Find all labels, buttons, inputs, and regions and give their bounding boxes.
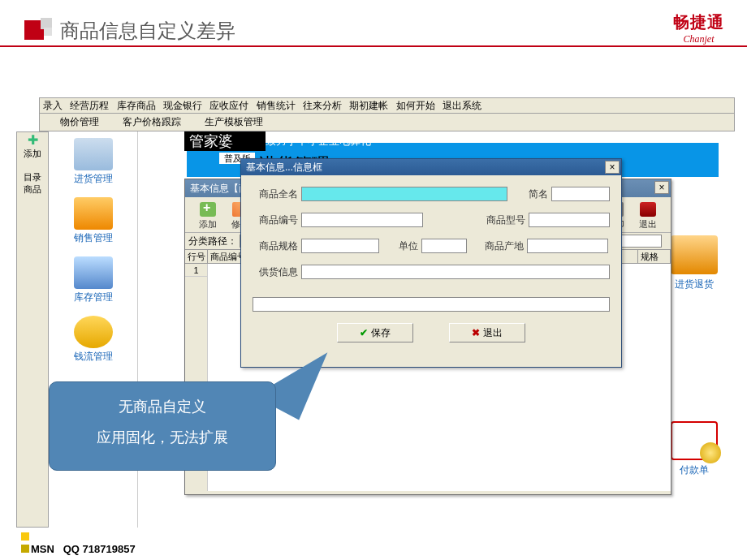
fullname-label: 商品全名 — [253, 187, 298, 201]
col-spec: 规格 — [638, 250, 671, 263]
fullname-input[interactable] — [301, 187, 507, 201]
menu-item-history[interactable]: 经营历程 — [70, 100, 109, 111]
spec-input[interactable] — [301, 239, 379, 253]
template-icon — [187, 117, 198, 128]
left-dir-label[interactable]: 目录 — [17, 171, 48, 183]
cashflow-icon — [74, 316, 113, 348]
spec-label: 商品规格 — [253, 239, 298, 253]
shortname-input[interactable] — [551, 187, 610, 201]
supply-label: 供货信息 — [253, 265, 298, 279]
menu-item-sales-stat[interactable]: 销售统计 — [257, 100, 296, 111]
close-button[interactable]: × — [605, 161, 620, 174]
tool-add[interactable]: 添加 — [192, 202, 224, 230]
payment-icon — [671, 421, 718, 460]
dialog-titlebar: 基本信息...信息框 × — [241, 159, 621, 175]
save-label: 保存 — [371, 327, 391, 338]
decor-square-grey2 — [44, 28, 52, 36]
extra-input[interactable] — [253, 297, 610, 312]
origin-input[interactable] — [527, 239, 608, 253]
save-button[interactable]: ✔保存 — [337, 323, 413, 342]
shortname-label: 简名 — [519, 187, 548, 201]
bullet-icon — [21, 545, 29, 553]
model-label: 商品型号 — [480, 213, 525, 227]
close-button[interactable]: × — [654, 181, 669, 194]
menu-item-arap[interactable]: 应收应付 — [209, 100, 248, 111]
tool-label: 退出 — [639, 219, 657, 229]
left-dock: ✚ 添加 目录 商品 — [16, 131, 49, 528]
exit-label: 退出 — [483, 327, 503, 338]
dialog-extra-row — [253, 297, 610, 312]
return-icon — [671, 235, 718, 274]
menu-item-exit[interactable]: 退出系统 — [443, 100, 481, 111]
check-icon: ✔ — [360, 327, 368, 338]
customer-price-icon — [106, 117, 117, 128]
unit-input[interactable] — [421, 239, 467, 253]
gjp-brand: 管家婆 — [184, 131, 266, 151]
exit-button[interactable]: ✖退出 — [449, 323, 525, 342]
footer-qq: QQ 718719857 — [63, 543, 136, 555]
x-icon: ✖ — [472, 327, 480, 338]
supply-input[interactable] — [301, 265, 610, 279]
sidebar-label: 销售管理 — [49, 231, 137, 245]
slide-title: 商品信息自定义差异 — [60, 18, 235, 44]
purchase-icon — [74, 138, 113, 170]
sidebar-item-sales[interactable]: 销售管理 — [49, 197, 137, 245]
sidebar-label: 库存管理 — [49, 291, 137, 304]
dialog-body: 商品全名 简名 商品编号 商品型号 商品规格 单位 商品产地 供货信息 — [241, 175, 621, 294]
price-mgmt-icon — [43, 117, 54, 128]
tool-label: 添加 — [199, 219, 217, 229]
inventory-icon — [74, 256, 113, 289]
path-label: 分类路径： — [188, 235, 237, 247]
col-rownum: 行号 — [185, 250, 208, 263]
footer: MSN QQ 718719857 — [21, 531, 136, 555]
dialog-title-text: 基本信息...信息框 — [246, 162, 322, 173]
sales-icon — [74, 197, 113, 230]
toolbar-customer-price[interactable]: 客户价格跟踪 — [123, 116, 181, 127]
red-underline — [0, 45, 747, 47]
annotation-callout: 无商品自定义 应用固化，无法扩展 — [49, 381, 276, 471]
menu-item-cash[interactable]: 现金银行 — [163, 100, 202, 111]
add-icon — [200, 202, 216, 217]
callout-line2: 应用固化，无法扩展 — [50, 428, 275, 447]
logo-cn: 畅捷通 — [673, 11, 724, 33]
model-input[interactable] — [529, 213, 610, 227]
bullet-icon — [21, 532, 29, 541]
sidebar-item-cashflow[interactable]: 钱流管理 — [49, 316, 137, 364]
brand-logo: 畅捷通 Chanjet — [673, 11, 724, 45]
footer-msn: MSN — [31, 543, 54, 555]
toolbar-price[interactable]: 物价管理 — [60, 116, 99, 127]
exit-icon — [640, 202, 656, 217]
code-label: 商品编号 — [253, 213, 298, 227]
add-icon[interactable]: ✚ — [17, 132, 48, 148]
callout-line1: 无商品自定义 — [50, 397, 275, 416]
menu-item-start[interactable]: 如何开始 — [396, 100, 435, 111]
gjp-tagline: 致力于中小企业电算化 — [266, 131, 371, 151]
row-1: 1 — [185, 264, 207, 277]
sidebar-item-inventory[interactable]: 库存管理 — [49, 256, 137, 304]
left-add-label: 添加 — [17, 148, 48, 160]
menu-item-stock[interactable]: 库存商品 — [117, 100, 156, 111]
menu-item-analysis[interactable]: 往来分析 — [303, 100, 342, 111]
unit-label: 单位 — [391, 239, 418, 253]
tool-exit[interactable]: 退出 — [632, 202, 664, 230]
sidebar-label: 进货管理 — [49, 172, 137, 186]
slide-header: 商品信息自定义差异 畅捷通 Chanjet — [0, 0, 747, 49]
menu-item-init[interactable]: 期初建帐 — [349, 100, 388, 111]
toolbar-template[interactable]: 生产模板管理 — [205, 116, 263, 127]
menu-bar: 录入 经营历程 库存商品 现金银行 应收应付 销售统计 往来分析 期初建帐 如何… — [39, 97, 735, 114]
left-item-label[interactable]: 商品 — [17, 183, 48, 196]
logo-en: Chanjet — [673, 33, 724, 45]
sidebar-item-purchase[interactable]: 进货管理 — [49, 138, 137, 186]
origin-label: 商品产地 — [478, 239, 524, 253]
sidebar-label: 钱流管理 — [49, 350, 137, 364]
app-toolbar: 物价管理 客户价格跟踪 生产模板管理 — [39, 114, 735, 131]
code-input[interactable] — [301, 213, 423, 227]
menu-item-input[interactable]: 录入 — [43, 100, 63, 111]
